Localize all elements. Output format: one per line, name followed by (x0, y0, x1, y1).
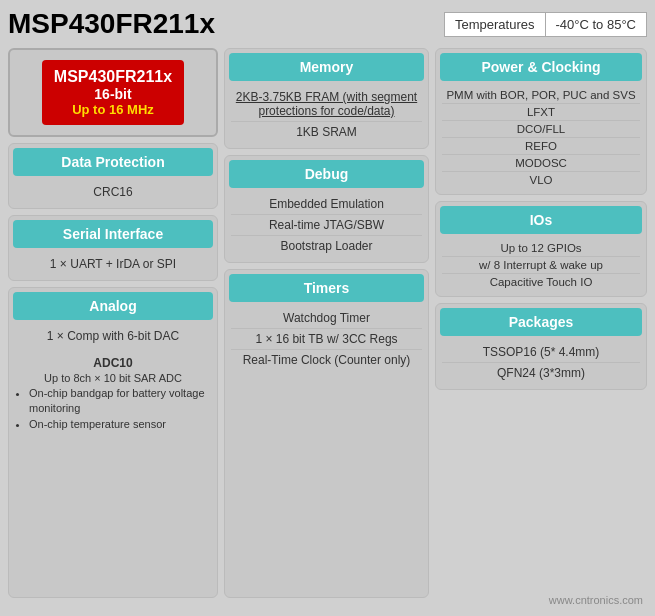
memory-card: Memory 2KB-3.75KB FRAM (with segment pro… (224, 48, 429, 149)
ios-item-0: Up to 12 GPIOs (442, 240, 640, 257)
ios-body: Up to 12 GPIOs w/ 8 Interrupt & wake up … (436, 236, 646, 296)
debug-card: Debug Embedded Emulation Real-time JTAG/… (224, 155, 429, 263)
debug-item-0: Embedded Emulation (231, 194, 422, 215)
adc-title: ADC10 (13, 356, 213, 370)
debug-item-1: Real-time JTAG/SBW (231, 215, 422, 236)
watermark: www.cntronics.com (549, 594, 643, 606)
column-2: Memory 2KB-3.75KB FRAM (with segment pro… (224, 48, 429, 598)
power-clocking-title: Power & Clocking (481, 59, 600, 75)
power-clocking-item-0: PMM with BOR, POR, PUC and SVS (442, 87, 640, 104)
power-clocking-item-2: DCO/FLL (442, 121, 640, 138)
power-clocking-item-1: LFXT (442, 104, 640, 121)
temp-value: -40°C to 85°C (546, 12, 648, 37)
data-protection-card: Data Protection CRC16 (8, 143, 218, 209)
memory-title: Memory (300, 59, 354, 75)
debug-item-2: Bootstrap Loader (231, 236, 422, 256)
timers-title: Timers (304, 280, 350, 296)
ios-item-2: Capacitive Touch IO (442, 274, 640, 290)
hero-freq: Up to 16 MHz (54, 102, 172, 117)
page-container: MSP430FR211x Temperatures -40°C to 85°C … (0, 0, 655, 616)
packages-title: Packages (509, 314, 574, 330)
serial-interface-card: Serial Interface 1 × UART + IrDA or SPI (8, 215, 218, 281)
timers-body: Watchdog Timer 1 × 16 bit TB w/ 3CC Regs… (225, 304, 428, 376)
column-3: Power & Clocking PMM with BOR, POR, PUC … (435, 48, 647, 598)
debug-title: Debug (305, 166, 349, 182)
hero-title: MSP430FR211x (54, 68, 172, 86)
packages-card: Packages TSSOP16 (5* 4.4mm) QFN24 (3*3mm… (435, 303, 647, 390)
analog-item-0: 1 × Comp with 6-bit DAC (15, 326, 211, 346)
timers-header: Timers (229, 274, 424, 302)
data-protection-header: Data Protection (13, 148, 213, 176)
hero-bit: 16-bit (54, 86, 172, 102)
power-clocking-item-5: VLO (442, 172, 640, 188)
analog-body: 1 × Comp with 6-bit DAC (9, 322, 217, 352)
data-protection-body: CRC16 (9, 178, 217, 208)
hero-box: MSP430FR211x 16-bit Up to 16 MHz (8, 48, 218, 137)
ios-header: IOs (440, 206, 642, 234)
data-protection-title: Data Protection (61, 154, 164, 170)
power-clocking-item-4: MODOSC (442, 155, 640, 172)
serial-interface-item-0: 1 × UART + IrDA or SPI (15, 254, 211, 274)
timers-card: Timers Watchdog Timer 1 × 16 bit TB w/ 3… (224, 269, 429, 598)
analog-extra: ADC10 Up to 8ch × 10 bit SAR ADC On-chip… (9, 352, 217, 434)
temperature-box: Temperatures -40°C to 85°C (444, 12, 647, 37)
power-clocking-header: Power & Clocking (440, 53, 642, 81)
serial-interface-title: Serial Interface (63, 226, 163, 242)
timers-item-2: Real-Time Clock (Counter only) (231, 350, 422, 370)
hero-highlight: MSP430FR211x 16-bit Up to 16 MHz (42, 60, 184, 125)
packages-body: TSSOP16 (5* 4.4mm) QFN24 (3*3mm) (436, 338, 646, 389)
analog-title: Analog (89, 298, 136, 314)
serial-interface-header: Serial Interface (13, 220, 213, 248)
memory-header: Memory (229, 53, 424, 81)
page-title: MSP430FR211x (8, 8, 215, 40)
analog-bullet-1: On-chip temperature sensor (29, 417, 213, 432)
power-clocking-card: Power & Clocking PMM with BOR, POR, PUC … (435, 48, 647, 195)
analog-header: Analog (13, 292, 213, 320)
ios-item-1: w/ 8 Interrupt & wake up (442, 257, 640, 274)
timers-item-1: 1 × 16 bit TB w/ 3CC Regs (231, 329, 422, 350)
analog-bullets: On-chip bandgap for battery voltage moni… (13, 386, 213, 432)
memory-item-0: 2KB-3.75KB FRAM (with segment protection… (231, 87, 422, 122)
temp-label: Temperatures (444, 12, 545, 37)
column-1: MSP430FR211x 16-bit Up to 16 MHz Data Pr… (8, 48, 218, 598)
analog-bullet-0: On-chip bandgap for battery voltage moni… (29, 386, 213, 417)
power-clocking-item-3: REFO (442, 138, 640, 155)
packages-header: Packages (440, 308, 642, 336)
adc-sub: Up to 8ch × 10 bit SAR ADC (13, 372, 213, 384)
power-clocking-body: PMM with BOR, POR, PUC and SVS LFXT DCO/… (436, 83, 646, 194)
main-content: MSP430FR211x 16-bit Up to 16 MHz Data Pr… (8, 48, 647, 598)
data-protection-item-0: CRC16 (15, 182, 211, 202)
packages-item-0: TSSOP16 (5* 4.4mm) (442, 342, 640, 363)
analog-card: Analog 1 × Comp with 6-bit DAC ADC10 Up … (8, 287, 218, 598)
debug-body: Embedded Emulation Real-time JTAG/SBW Bo… (225, 190, 428, 262)
timers-item-0: Watchdog Timer (231, 308, 422, 329)
packages-item-1: QFN24 (3*3mm) (442, 363, 640, 383)
serial-interface-body: 1 × UART + IrDA or SPI (9, 250, 217, 280)
memory-body: 2KB-3.75KB FRAM (with segment protection… (225, 83, 428, 148)
ios-title: IOs (530, 212, 553, 228)
ios-card: IOs Up to 12 GPIOs w/ 8 Interrupt & wake… (435, 201, 647, 297)
memory-item-1: 1KB SRAM (231, 122, 422, 142)
header: MSP430FR211x Temperatures -40°C to 85°C (8, 8, 647, 40)
debug-header: Debug (229, 160, 424, 188)
